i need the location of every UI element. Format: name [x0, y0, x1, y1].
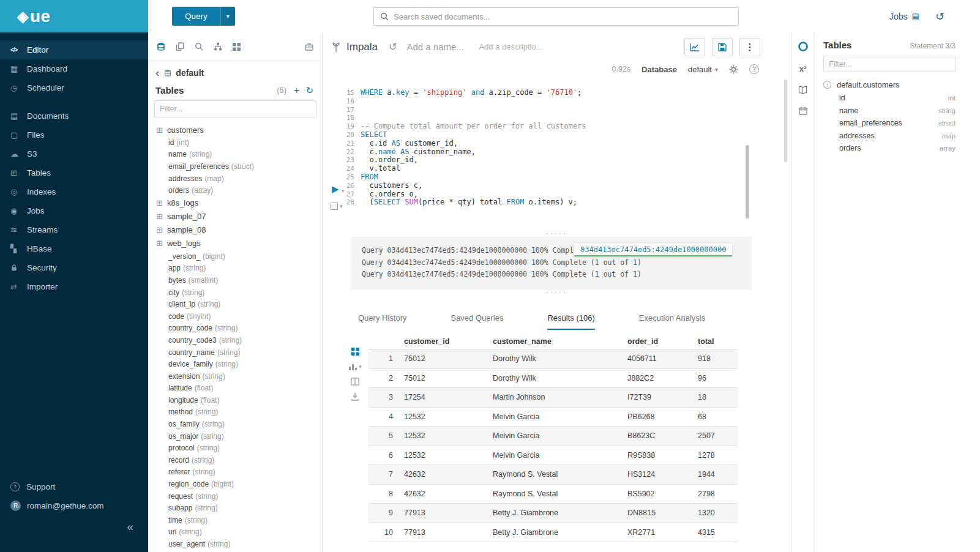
chart-view-icon[interactable]: ▾ [348, 362, 362, 371]
sidebar-item-s3[interactable]: ☁S3 [0, 144, 148, 163]
refresh-icon[interactable]: ↻ [305, 86, 313, 95]
main-scrollbar[interactable] [784, 80, 787, 162]
assist-column-app[interactable]: app(string) [156, 263, 322, 275]
more-actions-button[interactable]: ⋮ [739, 38, 760, 56]
assist-column-addresses[interactable]: addresses(map) [156, 173, 322, 185]
assist-column-city[interactable]: city(string) [156, 286, 322, 299]
sidebar-item-scheduler[interactable]: ◷Scheduler [0, 78, 148, 97]
assist-column-client-ip[interactable]: client_ip(string) [156, 298, 322, 310]
database-assist-tab-icon[interactable] [157, 42, 165, 51]
schedule-calendar-icon[interactable] [799, 106, 807, 115]
assist-column-email-preferences[interactable]: email_preferences(struct) [156, 160, 322, 173]
assist-column-method[interactable]: method(string) [156, 406, 322, 419]
history-icon[interactable]: ↺ [935, 11, 944, 22]
collapse-sidebar-button[interactable]: « [127, 520, 133, 533]
assist-column-latitude[interactable]: latitude(float) [156, 382, 322, 395]
sidebar-item-documents[interactable]: ▤Documents [0, 106, 148, 125]
chart-button[interactable] [684, 38, 705, 56]
resize-handle-bottom[interactable]: ····· [323, 290, 791, 296]
column-header-total[interactable]: total [698, 337, 738, 346]
assist-table-sample-07[interactable]: ⊞sample_07 [156, 210, 322, 223]
apps-grid-icon[interactable] [233, 43, 241, 51]
assist-column-protocol[interactable]: protocol(string) [156, 442, 322, 454]
assist-column-url[interactable]: url(string) [156, 526, 322, 539]
tab-query-history[interactable]: Query History [358, 307, 406, 330]
assist-column-country-code3[interactable]: country_code3(string) [156, 334, 322, 346]
query-history-icon[interactable]: ↺ [389, 42, 397, 52]
result-row[interactable]: 175012Dorothy Wilk4056711918 [368, 349, 738, 369]
query-button[interactable]: Query ▾ [172, 7, 235, 26]
sidebar-item-streams[interactable]: ≋Streams [0, 220, 148, 239]
sidebar-item-dashboard[interactable]: ▦Dashboard [0, 59, 148, 78]
sidebar-item-support[interactable]: ? Support [0, 477, 148, 496]
assist-column-os-major[interactable]: os_major(string) [156, 430, 322, 442]
sitemap-icon[interactable] [214, 42, 222, 51]
result-row[interactable]: 275012Dorothy WilkJ882C296 [368, 369, 738, 389]
run-options-caret-icon[interactable]: ▾ [342, 188, 345, 194]
result-row[interactable]: 1077913Betty J. GiambroneXR27714315 [368, 523, 738, 543]
column-header-customer-id[interactable]: customer_id [404, 337, 493, 346]
result-row[interactable]: 317254Martin JohnsonI72T3918 [368, 388, 738, 408]
assist-table-sample-08[interactable]: ⊞sample_08 [156, 223, 322, 237]
sidebar-item-importer[interactable]: ⇄Importer [0, 277, 148, 296]
statement-selector-button[interactable]: ▾ [331, 203, 343, 210]
sidebar-item-user[interactable]: R romain@gethue.com [0, 496, 148, 515]
result-row[interactable]: 612532Melvin GarciaR9S8381278 [368, 446, 738, 466]
grid-view-icon[interactable] [351, 348, 359, 356]
sidebar-item-indexes[interactable]: ◎Indexes [0, 182, 148, 201]
documents-assist-tab-icon[interactable] [176, 42, 184, 51]
assist-column-record[interactable]: record(string) [156, 454, 322, 466]
assist-column-orders[interactable]: orders(array) [156, 184, 322, 196]
right-column-email-preferences[interactable]: email_preferencesstruct [823, 117, 956, 130]
assist-column-name[interactable]: name(string) [156, 149, 322, 161]
run-query-button[interactable]: ▶ [332, 184, 339, 193]
sidebar-item-jobs[interactable]: ◉Jobs [0, 201, 148, 220]
add-table-icon[interactable]: + [294, 86, 299, 95]
assist-column-referer[interactable]: referer(string) [156, 466, 322, 479]
help-icon[interactable]: ? [749, 64, 759, 74]
database-select[interactable]: default ▾ [688, 65, 718, 74]
query-description-input[interactable] [479, 42, 555, 51]
column-header-customer-name[interactable]: customer_name [493, 337, 627, 346]
assist-column-version[interactable]: _version_(bigint) [156, 250, 322, 263]
columns-icon[interactable] [351, 378, 359, 386]
result-row[interactable]: 412532Melvin GarciaPB626868 [368, 408, 738, 427]
right-column-id[interactable]: idint [823, 92, 956, 105]
hue-logo[interactable]: ◈ ue [0, 0, 148, 32]
assist-column-country-name[interactable]: country_name(string) [156, 346, 322, 359]
assistant-icon[interactable] [798, 41, 809, 52]
assist-column-subapp[interactable]: subapp(string) [156, 502, 322, 514]
sidebar-item-editor[interactable]: </>Editor [0, 40, 148, 59]
download-icon[interactable] [351, 392, 359, 401]
column-header-order-id[interactable]: order_id [627, 337, 698, 346]
query-caret-icon[interactable]: ▾ [220, 7, 235, 26]
result-row[interactable]: 977913Betty J. GiambroneDN88151320 [368, 504, 738, 523]
briefcase-icon[interactable] [305, 43, 313, 51]
active-table-row[interactable]: i default.customers [823, 80, 956, 89]
assist-column-longitude[interactable]: longitude(float) [156, 394, 322, 406]
search-bar[interactable] [373, 7, 739, 26]
assist-column-device-family[interactable]: device_family(string) [156, 358, 322, 370]
assist-column-country-code[interactable]: country_code(string) [156, 323, 322, 335]
result-row[interactable]: 842632Raymond S. VestalBS59022798 [368, 485, 738, 504]
code-editor[interactable]: 15WHERE a.key = 'shipping' and a.zip_cod… [323, 81, 791, 226]
assist-column-extension[interactable]: extension(string) [156, 370, 322, 382]
right-filter-input[interactable] [823, 56, 956, 72]
active-table-name[interactable]: default.customers [837, 80, 900, 89]
assist-column-id[interactable]: id(int) [156, 136, 322, 149]
assist-table-k8s-logs[interactable]: ⊞k8s_logs [156, 196, 322, 210]
query-name-input[interactable] [406, 42, 473, 52]
code-scrollbar[interactable] [746, 145, 749, 218]
assist-table-web-logs[interactable]: ⊞web_logs [156, 237, 322, 250]
search-input[interactable] [394, 12, 732, 21]
language-reference-icon[interactable] [798, 86, 807, 94]
tab-execution-analysis[interactable]: Execution Analysis [639, 307, 705, 330]
result-row[interactable]: 512532Melvin GarciaB8623C2507 [368, 427, 738, 446]
assist-column-region-code[interactable]: region_code(bigint) [156, 478, 322, 490]
right-column-addresses[interactable]: addressesmap [823, 130, 956, 143]
assist-table-customers[interactable]: ⊞customers [156, 123, 322, 136]
query-id-overlay[interactable]: 034d413ec7474ed5:4249de1000000000 [574, 244, 732, 256]
sidebar-item-hbase[interactable]: ▚HBase [0, 239, 148, 258]
tab-results-106[interactable]: Results (106) [547, 307, 594, 330]
assist-column-bytes[interactable]: bytes(smallint) [156, 274, 322, 286]
